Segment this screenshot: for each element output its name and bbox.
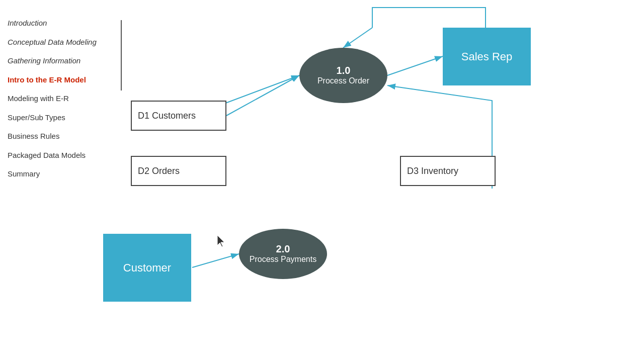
sales-rep-box: Sales Rep	[443, 28, 531, 85]
sidebar: Introduction Conceptual Data Modeling Ga…	[0, 0, 121, 362]
diagram-area: D1 Customers D2 Orders D3 Inventory 1.0 …	[126, 0, 644, 362]
d2-orders-box: D2 Orders	[131, 156, 226, 186]
process-2-label: Process Payments	[250, 254, 316, 265]
sales-rep-label: Sales Rep	[461, 50, 513, 63]
sidebar-item-modeling[interactable]: Modeling with E-R	[8, 90, 113, 107]
cursor-icon	[217, 235, 227, 247]
process-1-label: Process Order	[317, 76, 369, 86]
sidebar-item-summary[interactable]: Summary	[8, 166, 113, 182]
customer-label: Customer	[123, 261, 171, 275]
sidebar-item-gathering[interactable]: Gathering Information	[8, 53, 113, 69]
sidebar-divider	[121, 20, 122, 90]
svg-line-4	[192, 254, 239, 267]
sidebar-item-super-sub[interactable]: Super/Sub Types	[8, 110, 113, 126]
d3-inventory-box: D3 Inventory	[400, 156, 496, 186]
svg-line-1	[226, 75, 299, 116]
process-1-number: 1.0	[337, 65, 351, 76]
sidebar-item-business-rules[interactable]: Business Rules	[8, 128, 113, 144]
process-1-ellipse: 1.0 Process Order	[299, 48, 387, 103]
sidebar-item-packaged[interactable]: Packaged Data Models	[8, 147, 113, 163]
d1-customers-box: D1 Customers	[131, 101, 226, 131]
svg-marker-6	[217, 235, 224, 247]
customer-box: Customer	[103, 234, 191, 302]
process-2-ellipse: 2.0 Process Payments	[239, 229, 327, 279]
sidebar-item-er-intro[interactable]: Intro to the E-R Model	[8, 72, 113, 88]
sidebar-item-conceptual[interactable]: Conceptual Data Modeling	[8, 34, 113, 50]
svg-line-2	[387, 56, 443, 75]
d3-label: D3 Inventory	[407, 166, 458, 176]
process-2-number: 2.0	[276, 243, 290, 254]
d2-label: D2 Orders	[138, 166, 180, 176]
sidebar-item-introduction[interactable]: Introduction	[8, 15, 113, 31]
d1-label: D1 Customers	[138, 111, 196, 121]
svg-line-3	[343, 28, 372, 48]
